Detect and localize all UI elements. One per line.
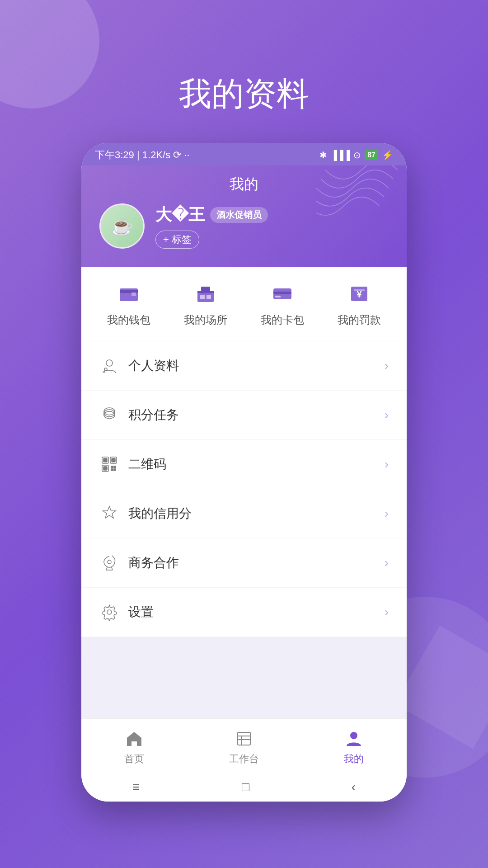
- svg-point-18: [104, 410, 115, 417]
- status-time: 下午3:29: [95, 149, 134, 160]
- nav-item-workbench[interactable]: 工作台: [229, 728, 259, 766]
- bottom-nav: 首页 工作台 我的: [81, 718, 407, 773]
- battery-indicator: 87: [365, 150, 378, 160]
- svg-rect-13: [354, 289, 365, 291]
- credit-arrow: ›: [385, 506, 389, 521]
- svg-rect-7: [197, 291, 214, 293]
- svg-point-32: [108, 560, 111, 564]
- svg-rect-9: [273, 292, 291, 294]
- svg-rect-28: [111, 466, 113, 468]
- svg-rect-29: [114, 466, 116, 468]
- qrcode-text: 二维码: [128, 456, 375, 473]
- status-icons: ✱ ▐▐▐ ⊙ 87 ⚡: [319, 150, 393, 160]
- menu-item-points[interactable]: 积分任务 ›: [81, 391, 407, 440]
- role-badge: 酒水促销员: [210, 207, 268, 223]
- venue-icon: [192, 280, 219, 307]
- quick-menu: 我的钱包 我的场所 我的卡包: [81, 267, 407, 341]
- menu-item-qrcode[interactable]: 二维码 ›: [81, 440, 407, 489]
- signal-icon: ▐▐▐: [331, 150, 350, 160]
- quick-item-wallet[interactable]: 我的钱包: [107, 280, 150, 327]
- credit-icon: [99, 504, 119, 524]
- user-name: 大�王: [155, 204, 205, 226]
- status-bar: 下午3:29 | 1.2K/s ⟳ ·· ✱ ▐▐▐ ⊙ 87 ⚡: [81, 143, 407, 165]
- avatar: ☕: [99, 203, 145, 249]
- fine-icon: ¥: [346, 280, 373, 307]
- profile-text: 个人资料: [128, 357, 375, 374]
- quick-item-card[interactable]: 我的卡包: [261, 280, 304, 327]
- business-arrow: ›: [385, 556, 389, 570]
- header-wave-decoration: [316, 165, 407, 220]
- quick-item-venue[interactable]: 我的场所: [184, 280, 227, 327]
- home-nav-icon: [123, 728, 145, 750]
- bottom-area: [81, 637, 407, 718]
- wallet-icon: [115, 280, 142, 307]
- svg-rect-4: [200, 295, 205, 299]
- svg-rect-10: [275, 296, 281, 297]
- menu-item-credit[interactable]: 我的信用分 ›: [81, 489, 407, 538]
- tag-button[interactable]: + 标签: [155, 231, 199, 249]
- qrcode-icon: [99, 454, 119, 474]
- wifi-icon: ⊙: [353, 150, 361, 160]
- profile-arrow: ›: [385, 359, 389, 373]
- qrcode-arrow: ›: [385, 457, 389, 472]
- settings-arrow: ›: [385, 605, 389, 619]
- card-icon: [269, 280, 296, 307]
- system-back-button[interactable]: ‹: [352, 780, 356, 794]
- phone-frame: 下午3:29 | 1.2K/s ⟳ ·· ✱ ▐▐▐ ⊙ 87 ⚡ 我的 ☕: [81, 143, 407, 802]
- profile-icon: [99, 356, 119, 376]
- system-nav-bar: ≡ □ ‹: [81, 773, 407, 802]
- nav-item-mine[interactable]: 我的: [343, 728, 365, 766]
- svg-point-14: [106, 360, 113, 366]
- points-arrow: ›: [385, 408, 389, 422]
- mine-nav-icon: [343, 728, 365, 750]
- points-icon: [99, 405, 119, 425]
- quick-item-fine[interactable]: ¥ 我的罚款: [338, 280, 381, 327]
- nav-item-home[interactable]: 首页: [123, 728, 145, 766]
- svg-rect-30: [111, 469, 113, 471]
- bg-decoration-circle-top: [0, 0, 99, 108]
- workbench-nav-label: 工作台: [229, 752, 259, 766]
- svg-rect-26: [112, 458, 115, 462]
- status-network: 1.2K/s: [142, 149, 170, 160]
- wallet-label: 我的钱包: [107, 313, 150, 327]
- menu-list: 个人资料 › 积分任务 ›: [81, 341, 407, 637]
- workbench-nav-icon: [233, 728, 255, 750]
- home-nav-label: 首页: [124, 752, 144, 766]
- menu-item-settings[interactable]: 设置 ›: [81, 588, 407, 637]
- business-icon: [99, 553, 119, 573]
- mine-nav-label: 我的: [344, 752, 364, 766]
- svg-rect-35: [238, 732, 250, 745]
- profile-header: 我的 ☕ 大�王 酒水促销员 + 标签: [81, 165, 407, 267]
- bluetooth-icon: ✱: [319, 150, 327, 160]
- status-time-network: 下午3:29 | 1.2K/s ⟳ ··: [95, 148, 190, 162]
- settings-text: 设置: [128, 604, 375, 621]
- venue-label: 我的场所: [184, 313, 227, 327]
- page-title: 我的资料: [179, 72, 309, 116]
- svg-rect-2: [131, 292, 136, 296]
- points-text: 积分任务: [128, 406, 375, 424]
- system-home-button[interactable]: □: [242, 780, 249, 794]
- fine-label: 我的罚款: [338, 313, 381, 327]
- credit-text: 我的信用分: [128, 505, 375, 522]
- system-menu-button[interactable]: ≡: [132, 780, 140, 794]
- svg-rect-25: [103, 458, 107, 462]
- avatar-image: ☕: [101, 205, 143, 247]
- menu-item-profile[interactable]: 个人资料 ›: [81, 341, 407, 391]
- settings-icon: [99, 602, 119, 622]
- svg-point-34: [107, 610, 112, 614]
- menu-item-business[interactable]: 商务合作 ›: [81, 538, 407, 588]
- charge-icon: ⚡: [382, 150, 393, 160]
- svg-point-39: [350, 732, 357, 739]
- svg-rect-27: [103, 467, 107, 470]
- card-label: 我的卡包: [261, 313, 304, 327]
- svg-rect-31: [114, 469, 116, 471]
- business-text: 商务合作: [128, 554, 375, 571]
- svg-rect-5: [206, 295, 211, 299]
